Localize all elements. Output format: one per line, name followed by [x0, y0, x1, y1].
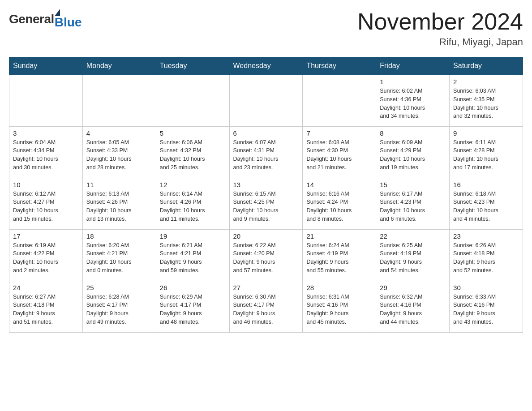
calendar-cell: 24Sunrise: 6:27 AMSunset: 4:18 PMDayligh…: [9, 281, 83, 332]
logo-blue-text: Blue: [55, 15, 82, 30]
day-info: Sunrise: 6:17 AMSunset: 4:23 PMDaylight:…: [380, 190, 446, 223]
calendar-cell: [9, 75, 83, 126]
calendar-cell: 18Sunrise: 6:20 AMSunset: 4:21 PMDayligh…: [82, 229, 156, 281]
day-number: 6: [233, 129, 299, 137]
calendar-cell: 17Sunrise: 6:19 AMSunset: 4:22 PMDayligh…: [9, 229, 83, 281]
day-info: Sunrise: 6:24 AMSunset: 4:19 PMDaylight:…: [306, 241, 372, 275]
day-number: 8: [380, 129, 446, 137]
day-info: Sunrise: 6:26 AMSunset: 4:18 PMDaylight:…: [453, 241, 519, 275]
calendar-cell: 22Sunrise: 6:25 AMSunset: 4:19 PMDayligh…: [376, 229, 450, 281]
day-info: Sunrise: 6:09 AMSunset: 4:29 PMDaylight:…: [380, 138, 446, 172]
day-info: Sunrise: 6:20 AMSunset: 4:21 PMDaylight:…: [86, 241, 152, 275]
logo-general-text: General: [9, 12, 54, 26]
day-info: Sunrise: 6:30 AMSunset: 4:17 PMDaylight:…: [233, 293, 299, 326]
calendar-week-row: 24Sunrise: 6:27 AMSunset: 4:18 PMDayligh…: [9, 281, 523, 332]
day-info: Sunrise: 6:05 AMSunset: 4:33 PMDaylight:…: [86, 138, 152, 172]
calendar-cell: 8Sunrise: 6:09 AMSunset: 4:29 PMDaylight…: [376, 126, 450, 178]
day-number: 12: [160, 181, 226, 188]
calendar-header-friday: Friday: [376, 57, 450, 75]
day-info: Sunrise: 6:02 AMSunset: 4:36 PMDaylight:…: [380, 87, 446, 120]
month-title: November 2024: [357, 9, 523, 34]
day-number: 15: [380, 181, 446, 188]
calendar-cell: 29Sunrise: 6:32 AMSunset: 4:16 PMDayligh…: [376, 281, 450, 332]
calendar-cell: 10Sunrise: 6:12 AMSunset: 4:27 PMDayligh…: [9, 178, 83, 229]
day-number: 22: [380, 232, 446, 240]
day-number: 9: [453, 129, 519, 137]
title-area: November 2024 Rifu, Miyagi, Japan: [357, 9, 523, 48]
calendar-week-row: 3Sunrise: 6:04 AMSunset: 4:34 PMDaylight…: [9, 126, 523, 178]
day-info: Sunrise: 6:06 AMSunset: 4:32 PMDaylight:…: [160, 138, 226, 172]
day-number: 28: [306, 284, 372, 291]
day-info: Sunrise: 6:28 AMSunset: 4:17 PMDaylight:…: [86, 293, 152, 326]
logo: General Blue: [9, 9, 82, 30]
day-info: Sunrise: 6:25 AMSunset: 4:19 PMDaylight:…: [380, 241, 446, 275]
logo-right: Blue: [55, 9, 82, 30]
calendar-header-sunday: Sunday: [9, 57, 83, 75]
day-number: 16: [453, 181, 519, 188]
day-number: 7: [306, 129, 372, 137]
calendar-week-row: 1Sunrise: 6:02 AMSunset: 4:36 PMDaylight…: [9, 75, 523, 126]
day-number: 30: [453, 284, 519, 291]
day-number: 11: [86, 181, 152, 188]
calendar-header-saturday: Saturday: [450, 57, 523, 75]
calendar-cell: 28Sunrise: 6:31 AMSunset: 4:16 PMDayligh…: [303, 281, 376, 332]
calendar-cell: 19Sunrise: 6:21 AMSunset: 4:21 PMDayligh…: [156, 229, 229, 281]
calendar-cell: 13Sunrise: 6:15 AMSunset: 4:25 PMDayligh…: [229, 178, 303, 229]
calendar-cell: 1Sunrise: 6:02 AMSunset: 4:36 PMDaylight…: [376, 75, 450, 126]
day-number: 3: [13, 129, 79, 137]
calendar-cell: 16Sunrise: 6:18 AMSunset: 4:23 PMDayligh…: [450, 178, 523, 229]
calendar-cell: 27Sunrise: 6:30 AMSunset: 4:17 PMDayligh…: [229, 281, 303, 332]
calendar-cell: 7Sunrise: 6:08 AMSunset: 4:30 PMDaylight…: [303, 126, 376, 178]
day-number: 18: [86, 232, 152, 240]
calendar-cell: 3Sunrise: 6:04 AMSunset: 4:34 PMDaylight…: [9, 126, 83, 178]
day-info: Sunrise: 6:12 AMSunset: 4:27 PMDaylight:…: [13, 190, 79, 223]
calendar-cell: 23Sunrise: 6:26 AMSunset: 4:18 PMDayligh…: [450, 229, 523, 281]
day-info: Sunrise: 6:31 AMSunset: 4:16 PMDaylight:…: [306, 293, 372, 326]
calendar-cell: 2Sunrise: 6:03 AMSunset: 4:35 PMDaylight…: [450, 75, 523, 126]
day-number: 24: [13, 284, 79, 291]
day-info: Sunrise: 6:19 AMSunset: 4:22 PMDaylight:…: [13, 241, 79, 275]
calendar-header-row: SundayMondayTuesdayWednesdayThursdayFrid…: [9, 57, 523, 75]
calendar-table: SundayMondayTuesdayWednesdayThursdayFrid…: [9, 57, 523, 333]
day-number: 5: [160, 129, 226, 137]
day-number: 14: [306, 181, 372, 188]
day-number: 10: [13, 181, 79, 188]
calendar-cell: [303, 75, 376, 126]
calendar-week-row: 10Sunrise: 6:12 AMSunset: 4:27 PMDayligh…: [9, 178, 523, 229]
day-number: 4: [86, 129, 152, 137]
day-number: 19: [160, 232, 226, 240]
day-info: Sunrise: 6:29 AMSunset: 4:17 PMDaylight:…: [160, 293, 226, 326]
calendar-cell: 21Sunrise: 6:24 AMSunset: 4:19 PMDayligh…: [303, 229, 376, 281]
day-number: 1: [380, 78, 446, 86]
day-info: Sunrise: 6:11 AMSunset: 4:28 PMDaylight:…: [453, 138, 519, 172]
calendar-week-row: 17Sunrise: 6:19 AMSunset: 4:22 PMDayligh…: [9, 229, 523, 281]
calendar-header-monday: Monday: [82, 57, 156, 75]
calendar-cell: 4Sunrise: 6:05 AMSunset: 4:33 PMDaylight…: [82, 126, 156, 178]
day-info: Sunrise: 6:07 AMSunset: 4:31 PMDaylight:…: [233, 138, 299, 172]
day-number: 20: [233, 232, 299, 240]
day-info: Sunrise: 6:13 AMSunset: 4:26 PMDaylight:…: [86, 190, 152, 223]
location-title: Rifu, Miyagi, Japan: [357, 36, 523, 48]
day-number: 2: [453, 78, 519, 86]
day-info: Sunrise: 6:03 AMSunset: 4:35 PMDaylight:…: [453, 87, 519, 120]
day-info: Sunrise: 6:16 AMSunset: 4:24 PMDaylight:…: [306, 190, 372, 223]
calendar-cell: 25Sunrise: 6:28 AMSunset: 4:17 PMDayligh…: [82, 281, 156, 332]
day-number: 29: [380, 284, 446, 291]
calendar-cell: 26Sunrise: 6:29 AMSunset: 4:17 PMDayligh…: [156, 281, 229, 332]
day-info: Sunrise: 6:14 AMSunset: 4:26 PMDaylight:…: [160, 190, 226, 223]
day-info: Sunrise: 6:15 AMSunset: 4:25 PMDaylight:…: [233, 190, 299, 223]
calendar-cell: 12Sunrise: 6:14 AMSunset: 4:26 PMDayligh…: [156, 178, 229, 229]
calendar-cell: 20Sunrise: 6:22 AMSunset: 4:20 PMDayligh…: [229, 229, 303, 281]
calendar-cell: 11Sunrise: 6:13 AMSunset: 4:26 PMDayligh…: [82, 178, 156, 229]
calendar-header-tuesday: Tuesday: [156, 57, 229, 75]
calendar-cell: 30Sunrise: 6:33 AMSunset: 4:16 PMDayligh…: [450, 281, 523, 332]
day-number: 17: [13, 232, 79, 240]
calendar-header-thursday: Thursday: [303, 57, 376, 75]
calendar-cell: [156, 75, 229, 126]
calendar-cell: [229, 75, 303, 126]
day-number: 25: [86, 284, 152, 291]
calendar-cell: [82, 75, 156, 126]
calendar-cell: 9Sunrise: 6:11 AMSunset: 4:28 PMDaylight…: [450, 126, 523, 178]
day-info: Sunrise: 6:04 AMSunset: 4:34 PMDaylight:…: [13, 138, 79, 172]
day-info: Sunrise: 6:27 AMSunset: 4:18 PMDaylight:…: [13, 293, 79, 326]
